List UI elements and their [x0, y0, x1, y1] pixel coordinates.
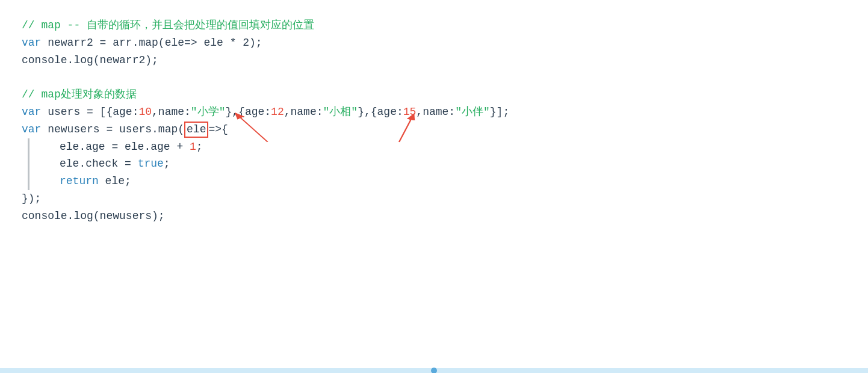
- return-ele: ele;: [99, 173, 131, 190]
- name-value-3: "小伴": [455, 103, 490, 121]
- line-4: // map处理对象的数据: [22, 86, 846, 103]
- code-block: // map -- 自带的循环，并且会把处理的值回填对应的位置 var newa…: [22, 17, 846, 225]
- line-3: console.log(newarr2);: [22, 52, 846, 69]
- keyword-true: true: [138, 155, 164, 173]
- semicolon-1: ;: [196, 138, 203, 156]
- age-10: 10: [138, 103, 152, 121]
- line-5-users: var users = [{age: 10 ,name: "小学" },{ ag…: [22, 103, 846, 121]
- line-6-newusers: var newusers = users.map(ele=>{: [22, 121, 846, 138]
- comment-map-object: // map处理对象的数据: [22, 86, 137, 103]
- line-9: return ele;: [36, 173, 846, 190]
- close-map: });: [22, 190, 41, 208]
- console-log-newarr2: console.log(newarr2);: [22, 52, 158, 69]
- ele-age-assign: ele.age = ele.age +: [60, 138, 190, 156]
- newusers-expr: newusers = users.map(: [41, 121, 184, 138]
- array-end: }];: [490, 103, 509, 121]
- semicolon-2: ;: [164, 155, 170, 173]
- console-log-newusers: console.log(newusers);: [22, 208, 165, 225]
- keyword-var-3: var: [22, 121, 41, 138]
- code-container: // map -- 自带的循环，并且会把处理的值回填对应的位置 var newa…: [0, 0, 868, 373]
- keyword-var-2: var: [22, 103, 41, 121]
- name-label-2: ,name:: [284, 103, 323, 121]
- name-label-1: ,name:: [152, 103, 191, 121]
- keyword-return: return: [60, 173, 99, 190]
- scrollbar-thumb: [431, 368, 437, 373]
- scrollbar-bar[interactable]: [0, 368, 868, 373]
- ele-check-assign: ele.check =: [60, 155, 138, 173]
- name-value-2: "小相": [323, 103, 358, 121]
- name-label-3: ,name:: [416, 103, 455, 121]
- obj-sep-2: },{age:: [358, 103, 403, 121]
- line-11: console.log(newusers);: [22, 208, 846, 225]
- map-callback-body: ele.age = ele.age + 1 ; ele.check = true…: [28, 138, 846, 190]
- obj-sep-1: },{: [225, 103, 244, 121]
- age-12: 12: [271, 103, 284, 121]
- number-1: 1: [190, 138, 196, 156]
- newarr2-expr: newarr2 = arr.map(ele=> ele * 2);: [41, 34, 262, 52]
- name-value-1: "小学": [191, 103, 226, 121]
- line-7: ele.age = ele.age + 1 ;: [36, 138, 846, 156]
- ele-highlighted: ele: [184, 122, 208, 138]
- line-10: });: [22, 190, 846, 208]
- arrow-open: =>{: [208, 121, 228, 138]
- age-label-2: age:: [245, 103, 271, 121]
- line-8: ele.check = true ;: [36, 155, 846, 173]
- line-empty-1: [22, 69, 846, 86]
- users-varname: users = [{age:: [41, 103, 138, 121]
- keyword-var-1: var: [22, 34, 41, 52]
- comment-map-desc: // map -- 自带的循环，并且会把处理的值回填对应的位置: [22, 17, 314, 34]
- line-1: // map -- 自带的循环，并且会把处理的值回填对应的位置: [22, 17, 846, 34]
- line-2: var newarr2 = arr.map(ele=> ele * 2);: [22, 34, 846, 52]
- age-15: 15: [403, 103, 417, 121]
